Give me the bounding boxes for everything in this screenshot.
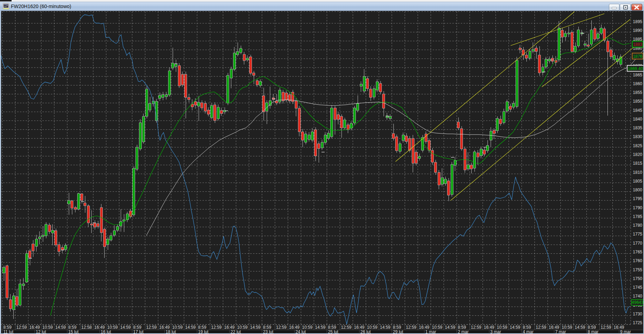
svg-text:1 mar: 1 mar	[425, 329, 436, 334]
svg-text:1765: 1765	[633, 250, 642, 254]
svg-text:1825: 1825	[633, 143, 642, 148]
svg-text:14:59: 14:59	[380, 325, 391, 330]
svg-text:14:59: 14:59	[575, 325, 585, 330]
svg-text:12:59: 12:59	[276, 325, 287, 330]
svg-text:1860: 1860	[633, 81, 642, 86]
svg-text:23 lut: 23 lut	[263, 329, 274, 334]
svg-text:1865: 1865	[633, 73, 642, 77]
svg-text:12:59: 12:59	[211, 325, 222, 330]
svg-text:15 lut: 15 lut	[68, 329, 79, 334]
svg-text:49643: 49643	[632, 300, 644, 305]
svg-text:18 lut: 18 lut	[166, 329, 176, 334]
svg-text:14:59: 14:59	[55, 325, 66, 330]
svg-text:24 lut: 24 lut	[296, 329, 306, 334]
svg-text:14:59: 14:59	[185, 325, 196, 330]
svg-text:1835: 1835	[633, 125, 642, 130]
svg-text:12:59: 12:59	[146, 325, 157, 330]
svg-text:1745: 1745	[633, 285, 642, 290]
svg-text:4 mar: 4 mar	[523, 329, 534, 334]
svg-text:1850: 1850	[633, 99, 642, 104]
svg-text:8 mar: 8 mar	[588, 329, 599, 334]
svg-text:11 lut: 11 lut	[4, 329, 14, 334]
svg-text:1869.40: 1869.40	[628, 66, 643, 71]
svg-text:12:59: 12:59	[601, 325, 611, 330]
svg-text:1760: 1760	[633, 258, 642, 263]
svg-text:25 lut: 25 lut	[328, 329, 339, 334]
svg-text:1740: 1740	[633, 294, 642, 299]
svg-text:12:59: 12:59	[341, 325, 352, 330]
svg-text:1883: 1883	[633, 42, 643, 47]
svg-text:1815: 1815	[633, 161, 642, 166]
svg-text:1755: 1755	[633, 267, 642, 272]
svg-text:7 mar: 7 mar	[555, 329, 566, 334]
svg-text:1750: 1750	[633, 276, 642, 281]
svg-text:9 mar: 9 mar	[620, 329, 631, 334]
svg-text:1855: 1855	[633, 90, 642, 95]
svg-text:1795: 1795	[633, 196, 642, 201]
svg-text:3 mar: 3 mar	[490, 329, 501, 334]
svg-text:1790: 1790	[633, 205, 642, 210]
svg-text:1770: 1770	[633, 241, 642, 246]
svg-text:1845: 1845	[633, 108, 642, 113]
svg-text:1730: 1730	[633, 312, 642, 316]
svg-text:12:59: 12:59	[406, 325, 417, 330]
svg-text:12:59: 12:59	[16, 325, 27, 330]
svg-text:1840: 1840	[633, 117, 642, 122]
svg-text:29 lut: 29 lut	[393, 329, 404, 334]
svg-text:14:59: 14:59	[445, 325, 456, 330]
svg-text:1810: 1810	[633, 170, 642, 175]
svg-text:1895: 1895	[633, 19, 642, 24]
svg-text:12:59: 12:59	[536, 325, 546, 330]
svg-text:12:58: 12:58	[81, 325, 92, 330]
svg-text:14:59: 14:59	[120, 325, 131, 330]
svg-text:2 mar: 2 mar	[458, 329, 469, 334]
svg-text:12:59: 12:59	[471, 325, 482, 330]
svg-text:1780: 1780	[633, 223, 642, 228]
svg-text:26 lut: 26 lut	[360, 329, 371, 334]
svg-text:1805: 1805	[633, 179, 642, 184]
svg-text:14:59: 14:59	[250, 325, 261, 330]
svg-text:1820: 1820	[633, 152, 642, 157]
svg-text:1890: 1890	[633, 28, 642, 33]
svg-text:1800: 1800	[633, 188, 642, 192]
svg-text:19 lut: 19 lut	[198, 329, 209, 334]
svg-text:1725: 1725	[633, 320, 642, 325]
svg-text:FW20H1620 (60-minutowo): FW20H1620 (60-minutowo)	[11, 4, 71, 9]
svg-text:1830: 1830	[633, 134, 642, 139]
svg-text:1775: 1775	[633, 232, 642, 237]
svg-text:12 lut: 12 lut	[36, 329, 46, 334]
svg-text:14:59: 14:59	[510, 325, 520, 330]
svg-text:1876: 1876	[633, 54, 643, 59]
svg-text:14:59: 14:59	[315, 325, 326, 330]
svg-text:17 lut: 17 lut	[133, 329, 144, 334]
svg-text:16 lut: 16 lut	[101, 329, 111, 334]
svg-text:22 lut: 22 lut	[231, 329, 241, 334]
svg-text:1785: 1785	[633, 214, 642, 219]
